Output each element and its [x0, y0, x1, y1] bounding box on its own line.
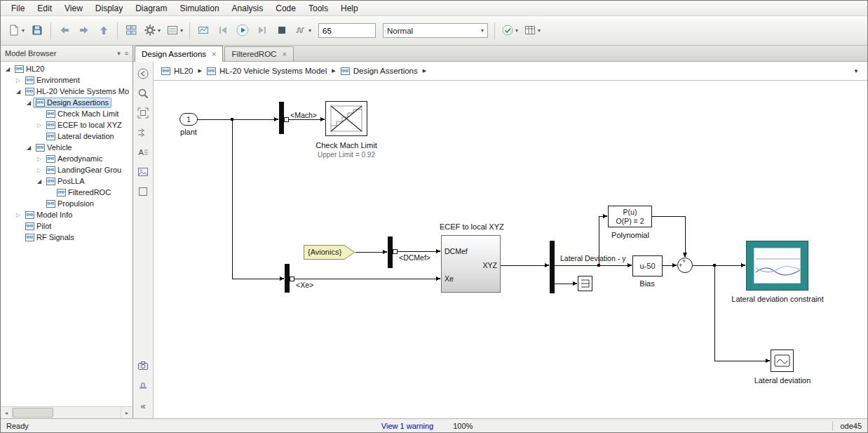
tree-collapsed-icon[interactable]: ▷ [14, 212, 22, 218]
tab-design-assertions[interactable]: Design Assertions× [135, 46, 223, 62]
tree-item-lateral-deviation[interactable]: Lateral deviation [1, 131, 133, 142]
update-diagram-button[interactable]: ▾ [499, 22, 520, 40]
tree-item-content[interactable]: Propulsion [43, 199, 97, 209]
warning-link[interactable]: View 1 warning [381, 422, 433, 430]
tree-item-propulsion[interactable]: Propulsion [1, 198, 133, 209]
step-back-button[interactable] [214, 22, 232, 40]
tree-item-content[interactable]: Environment [22, 75, 83, 86]
menu-tools[interactable]: Tools [302, 1, 334, 15]
simulation-pacing-button[interactable]: ▾ [292, 22, 313, 40]
tree-item-pilot[interactable]: Pilot [1, 220, 133, 232]
demux-bar[interactable] [550, 241, 555, 293]
tree-item-content[interactable]: HL-20 Vehicle Systems Mo [22, 86, 132, 97]
tree-item-model-info[interactable]: ▷Model Info [1, 209, 133, 220]
bus-selector-dcmef[interactable] [388, 237, 393, 268]
stepping-options-button[interactable] [194, 22, 212, 40]
browser-menu-icon[interactable]: ≡ [125, 50, 128, 57]
signal-check-block[interactable] [578, 276, 592, 291]
lateral-deviation-constraint-block[interactable] [746, 241, 808, 291]
tree-item-content[interactable]: FilteredROC [54, 187, 114, 198]
zoom-button[interactable] [135, 86, 151, 102]
tree-item-content[interactable]: Lateral deviation [43, 131, 117, 142]
tree-expanded-icon[interactable]: ◢ [25, 145, 33, 151]
new-model-button[interactable]: ▾ [6, 22, 27, 40]
tree-item-content[interactable]: Model Info [22, 210, 75, 220]
stop-button[interactable] [273, 22, 291, 40]
tree-item-environment[interactable]: ▷Environment [1, 74, 133, 86]
save-button[interactable] [28, 22, 46, 40]
polynomial-block[interactable]: P(u) O(P) = 2 [608, 206, 652, 227]
tree-item-design-assertions[interactable]: ◢Design Assertions [1, 97, 133, 108]
tree-expanded-icon[interactable]: ◢ [14, 88, 22, 95]
bus-selector-xe[interactable] [285, 264, 290, 293]
tree-item-landinggear-grou[interactable]: ▷LandingGear Grou [1, 164, 133, 175]
tree-expanded-icon[interactable]: ◢ [25, 100, 33, 106]
tree-item-aerodynamic[interactable]: ▷Aerodynamic [1, 153, 133, 164]
tree-item-content[interactable]: HL20 [12, 64, 47, 74]
collapse-button[interactable]: « [135, 397, 151, 414]
tree-item-ecef-to-local-xyz[interactable]: ▷ECEF to local XYZ [1, 119, 133, 131]
tree-item-content[interactable]: Vehicle [33, 142, 74, 153]
annotation-button[interactable]: A [135, 145, 151, 161]
menu-display[interactable]: Display [89, 1, 129, 15]
tree-item-rf-signals[interactable]: RF Signals [1, 232, 133, 243]
tree-item-content[interactable]: LandingGear Grou [43, 165, 124, 175]
breadcrumb-dropdown-icon[interactable]: ▼ [850, 68, 862, 74]
menu-file[interactable]: File [5, 1, 31, 15]
check-mach-limit-block[interactable] [325, 101, 367, 136]
forward-arrows-button[interactable] [135, 125, 151, 142]
breadcrumb-item-design-assertions[interactable]: Design Assertions [339, 65, 420, 76]
browser-hscrollbar[interactable]: ◄ ► [1, 406, 133, 418]
menu-view[interactable]: View [58, 1, 89, 15]
library-browser-button[interactable] [122, 22, 140, 40]
breadcrumb-item-hl20[interactable]: HL20 [159, 65, 196, 76]
explorer-bar-toggle-button[interactable] [135, 66, 151, 83]
viewmark-camera-button[interactable] [135, 358, 151, 375]
diagram-canvas[interactable]: 1 plant <Mach> <DCMef> <Xe> Lateral Devi… [154, 81, 867, 418]
scrollbar-track[interactable] [13, 407, 121, 418]
browser-options-icon[interactable]: ▾ [117, 50, 121, 57]
bias-block[interactable]: u-50 [632, 255, 663, 277]
tree-item-content[interactable]: Design Assertions [33, 98, 111, 108]
tree-item-content[interactable]: RF Signals [22, 232, 77, 243]
tree-collapsed-icon[interactable]: ▷ [35, 122, 43, 128]
menu-diagram[interactable]: Diagram [129, 1, 173, 15]
up-to-parent-button[interactable] [95, 22, 113, 40]
build-button[interactable]: ▾ [522, 22, 543, 40]
lateral-deviation-block[interactable] [771, 349, 794, 372]
tree-expanded-icon[interactable]: ◢ [4, 66, 12, 72]
tree-item-content[interactable]: Check Mach Limit [43, 109, 121, 119]
tree-item-check-mach-limit[interactable]: Check Mach Limit [1, 108, 133, 119]
tree-item-hl20[interactable]: ◢HL20 [1, 63, 133, 74]
scrollbar-thumb[interactable] [13, 408, 53, 418]
tree-item-vehicle[interactable]: ◢Vehicle [1, 142, 133, 153]
close-icon[interactable]: × [212, 50, 216, 58]
menu-help[interactable]: Help [334, 1, 365, 15]
step-forward-button[interactable] [253, 22, 271, 40]
scroll-right-icon[interactable]: ► [121, 407, 133, 418]
tree-collapsed-icon[interactable]: ▷ [35, 167, 43, 173]
breadcrumb-item-hl-20-vehicle-systems-model[interactable]: HL-20 Vehicle Systems Model [205, 65, 329, 76]
tree-item-content[interactable]: Aerodynamic [43, 154, 105, 164]
avionics-tag-block[interactable]: {Avionics} [304, 245, 355, 260]
menu-edit[interactable]: Edit [31, 1, 58, 15]
tree-item-content[interactable]: Pilot [22, 221, 54, 232]
tree-collapsed-icon[interactable]: ▷ [14, 77, 22, 84]
back-button[interactable] [55, 22, 74, 40]
bus-selector-mach[interactable] [279, 102, 284, 134]
image-button[interactable] [135, 164, 151, 181]
model-explorer-button[interactable]: ▾ [164, 22, 185, 40]
tree-item-filteredroc[interactable]: FilteredROC [1, 187, 133, 198]
menu-analysis[interactable]: Analysis [226, 1, 270, 15]
model-configuration-button[interactable]: ▾ [142, 22, 163, 40]
fit-to-view-button[interactable] [135, 105, 151, 122]
simulation-mode-select[interactable]: Normal▾ [383, 23, 488, 38]
tree-item-content[interactable]: ECEF to local XYZ [43, 120, 125, 131]
menu-simulation[interactable]: Simulation [174, 1, 226, 15]
tree-item-hl-20-vehicle-systems-mo[interactable]: ◢HL-20 Vehicle Systems Mo [1, 86, 133, 97]
area-button[interactable] [135, 184, 151, 201]
tree-item-poslla[interactable]: ◢PosLLA [1, 175, 133, 187]
scroll-left-icon[interactable]: ◄ [1, 407, 13, 418]
tree-item-content[interactable]: PosLLA [43, 176, 88, 187]
tree-expanded-icon[interactable]: ◢ [35, 178, 43, 185]
